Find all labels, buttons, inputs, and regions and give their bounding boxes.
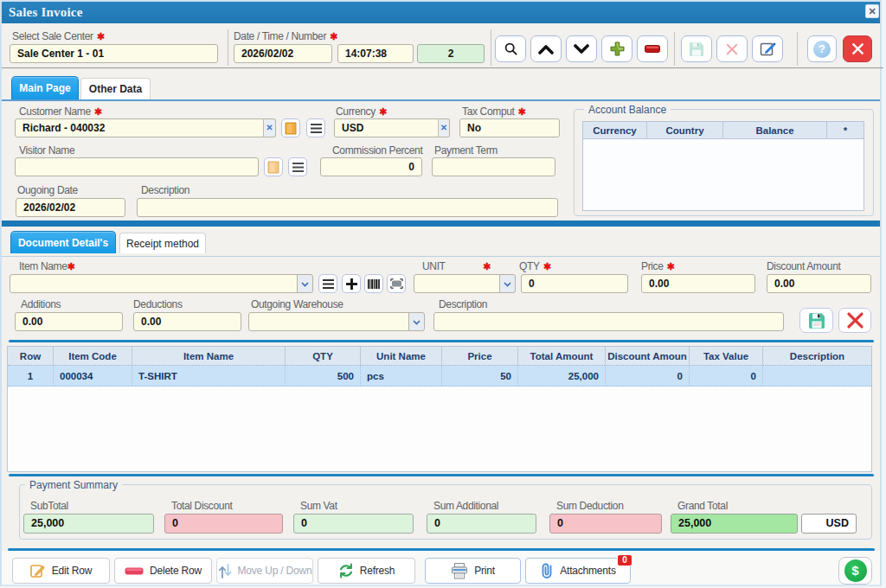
next-record-button[interactable] [566, 35, 597, 62]
column-header[interactable]: Description [763, 347, 871, 365]
section-separator [8, 548, 875, 551]
visitor-name-input[interactable] [15, 157, 259, 176]
sales-invoice-window: Sales Invoice ✕ Select Sale Center✱ Sale… [0, 0, 882, 586]
sum-deduction-value: 0 [549, 514, 662, 534]
cancel-button-disabled[interactable] [716, 35, 748, 62]
additions-input[interactable]: 0.00 [15, 312, 123, 331]
commission-percent-input[interactable]: 0 [320, 157, 422, 176]
currency-clear-button[interactable]: ✕ [438, 118, 450, 137]
payment-summary-legend: Payment Summary [25, 479, 122, 491]
tab-main-page[interactable]: Main Page [11, 76, 79, 99]
unit-required: ✱ [483, 260, 491, 272]
date-input[interactable]: 2026/02/02 [234, 44, 332, 63]
additions-label: Additions [21, 298, 61, 310]
discount-amount-input[interactable]: 0.00 [767, 274, 871, 293]
currency-exchange-button[interactable]: $ [838, 557, 872, 585]
previous-record-button[interactable] [530, 35, 562, 62]
column-header[interactable]: Country [647, 122, 723, 138]
customer-list-button[interactable] [306, 118, 325, 137]
sum-vat-value: 0 [293, 514, 414, 534]
unit-label: UNIT [422, 260, 446, 272]
column-header[interactable]: Currency [583, 122, 647, 138]
tab-receipt-method[interactable]: Receipt method [119, 233, 206, 253]
help-button[interactable]: ? [807, 35, 837, 62]
column-header[interactable]: Item Code [54, 347, 132, 365]
tax-comput-input[interactable]: No [459, 118, 560, 137]
unit-dropdown-button[interactable] [499, 274, 516, 293]
account-balance-table: Currency Country Balance * [582, 121, 864, 211]
delete-row-button[interactable]: Delete Row [114, 558, 212, 584]
edit-button[interactable] [752, 35, 783, 62]
total-discount-value: 0 [164, 514, 283, 534]
item-name-dropdown-button[interactable] [297, 274, 313, 293]
outgoing-date-input[interactable]: 2026/02/02 [16, 198, 125, 217]
description-label: Description [141, 184, 189, 196]
grid-cell: 1 [8, 366, 54, 386]
column-header[interactable]: Discount Amoun [606, 347, 690, 365]
grid-row-selected[interactable]: 1 000034 T-SHIRT 500 pcs 50 25,000 0 0 [8, 366, 871, 387]
print-button[interactable]: Print [425, 558, 521, 584]
add-record-button[interactable] [601, 35, 632, 62]
save-icon [807, 311, 826, 330]
delete-row-icon [125, 567, 144, 575]
qty-input[interactable]: 0 [521, 274, 628, 293]
required-icon: ✱ [667, 261, 675, 272]
unit-combobox[interactable] [414, 274, 500, 293]
barcode-scan-button[interactable] [387, 274, 406, 293]
warehouse-dropdown-button[interactable] [408, 312, 425, 331]
customer-name-input[interactable]: Richard - 040032 [15, 118, 264, 137]
customer-clear-button[interactable]: ✕ [263, 118, 276, 137]
currency-input[interactable]: USD [334, 118, 439, 137]
remove-record-button[interactable] [637, 35, 668, 62]
time-input[interactable]: 14:07:38 [337, 44, 414, 63]
grid-cell: 0 [690, 366, 763, 386]
menu-icon [292, 163, 304, 172]
visitor-note-button[interactable] [264, 157, 283, 176]
search-icon [504, 42, 518, 56]
description-input[interactable] [137, 198, 558, 217]
column-header[interactable]: * [827, 122, 864, 138]
cancel-line-button[interactable] [838, 308, 871, 333]
payment-term-input[interactable] [432, 157, 555, 176]
edit-row-button[interactable]: Edit Row [12, 558, 110, 584]
qty-label: QTY✱ [519, 260, 551, 272]
save-button-disabled[interactable] [681, 35, 712, 62]
column-header[interactable]: Unit Name [361, 347, 442, 365]
clear-x-icon: ✕ [440, 123, 447, 132]
note-icon [285, 122, 297, 135]
column-header[interactable]: Balance [723, 122, 827, 138]
price-input[interactable]: 0.00 [641, 274, 755, 293]
visitor-list-button[interactable] [288, 157, 307, 176]
item-name-combobox[interactable] [10, 274, 298, 293]
barcode-button[interactable] [364, 274, 383, 293]
subtotal-label: SubTotal [30, 500, 68, 512]
attachments-button[interactable]: Attachments [525, 558, 631, 584]
column-header[interactable]: Row [8, 347, 54, 365]
search-button[interactable] [495, 35, 526, 62]
column-header[interactable]: Item Name [132, 347, 286, 365]
column-header[interactable]: Tax Value [690, 347, 763, 365]
outgoing-warehouse-combobox[interactable] [248, 312, 409, 331]
move-up-down-button[interactable]: Move Up / Down [216, 558, 313, 584]
tab-document-details[interactable]: Document Detail's [10, 231, 116, 253]
column-header[interactable]: Price [442, 347, 518, 365]
close-window-button[interactable] [843, 35, 872, 62]
entry-description-input[interactable] [433, 312, 784, 331]
section-separator [2, 220, 880, 227]
close-x-icon [851, 42, 864, 55]
sale-center-input[interactable]: Sale Center 1 - 01 [10, 44, 218, 63]
date-time-number-label: Date / Time / Number✱ [234, 30, 337, 42]
tab-other-data[interactable]: Other Data [80, 78, 151, 99]
visitor-name-label: Visitor Name [19, 144, 74, 157]
items-grid: Row Item Code Item Name QTY Unit Name Pr… [7, 346, 872, 472]
save-line-button[interactable] [799, 308, 833, 333]
item-list-button[interactable] [318, 274, 337, 293]
customer-note-button[interactable] [281, 118, 300, 137]
column-header[interactable]: QTY [286, 347, 361, 365]
item-add-button[interactable] [342, 274, 361, 293]
titlebar-close-button[interactable]: ✕ [865, 4, 879, 18]
sum-additional-value: 0 [427, 514, 536, 534]
deductions-input[interactable]: 0.00 [133, 312, 241, 331]
column-header[interactable]: Total Amount [518, 347, 606, 365]
refresh-button[interactable]: Refresh [318, 558, 415, 584]
